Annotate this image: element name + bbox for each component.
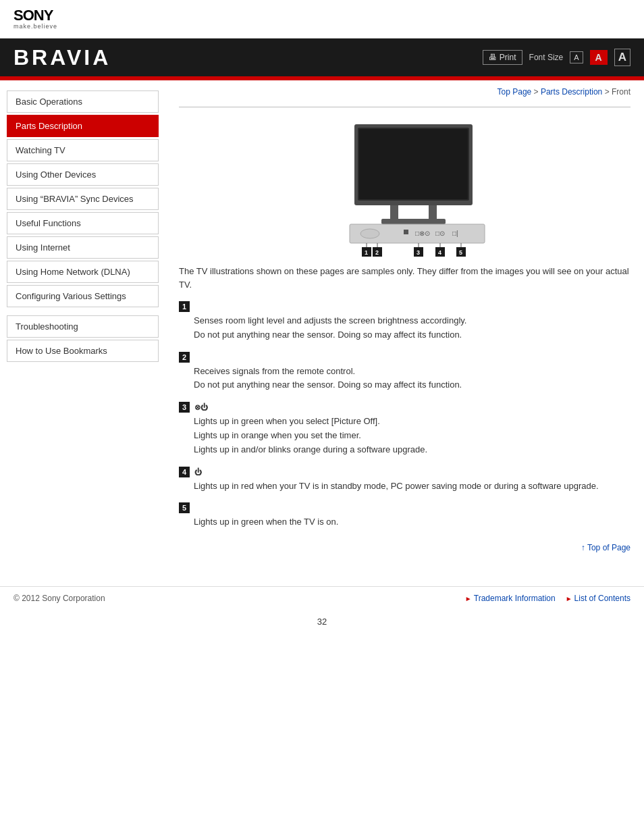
section-2: 2 Receives signals from the remote contr… bbox=[179, 352, 630, 393]
list-of-contents-link-container: ► List of Contents bbox=[566, 594, 630, 603]
section-4-line-1: Lights up in red when your TV is in stan… bbox=[194, 479, 630, 494]
svg-rect-4 bbox=[429, 205, 437, 220]
list-of-contents-link[interactable]: List of Contents bbox=[574, 594, 630, 603]
section-1-line-2: Do not put anything near the sensor. Doi… bbox=[194, 328, 630, 342]
breadcrumb: Top Page > Parts Description > Front bbox=[179, 87, 630, 97]
svg-text:□|: □| bbox=[452, 230, 458, 237]
font-size-large-button[interactable]: A bbox=[614, 49, 630, 66]
breadcrumb-top-page[interactable]: Top Page bbox=[498, 87, 532, 97]
tv-description-text: The TV illustrations shown on these page… bbox=[179, 265, 630, 291]
header-controls: 🖶 Print Font Size A A A bbox=[483, 49, 630, 66]
badge-5: 5 bbox=[179, 502, 190, 513]
sidebar-item-home-network[interactable]: Using Home Network (DLNA) bbox=[7, 261, 159, 283]
section-1-heading: 1 bbox=[179, 301, 630, 312]
sidebar-item-configuring-settings[interactable]: Configuring Various Settings bbox=[7, 285, 159, 307]
sidebar-item-using-other-devices[interactable]: Using Other Devices bbox=[7, 163, 159, 186]
section-2-line-2: Do not put anything near the sensor. Doi… bbox=[194, 378, 630, 392]
badge-2: 2 bbox=[179, 352, 190, 363]
trademark-link-container: ► Trademark Information bbox=[465, 594, 556, 603]
svg-rect-2 bbox=[359, 129, 468, 199]
main-layout: Basic Operations Parts Description Watch… bbox=[0, 80, 644, 573]
copyright-text: © 2012 Sony Corporation bbox=[14, 594, 105, 603]
font-size-medium-button[interactable]: A bbox=[590, 50, 608, 65]
tv-diagram-svg: □⊗⊙ □⊙ □| 1 2 3 4 5 bbox=[290, 118, 520, 259]
content-area: Top Page > Parts Description > Front bbox=[165, 80, 644, 573]
top-bar: SONY make.believe bbox=[0, 0, 644, 38]
sidebar: Basic Operations Parts Description Watch… bbox=[0, 80, 165, 573]
section-1: 1 Senses room light level and adjusts th… bbox=[179, 301, 630, 342]
section-2-content: Receives signals from the remote control… bbox=[194, 365, 630, 393]
svg-rect-8 bbox=[404, 230, 408, 234]
svg-text:□⊗⊙: □⊗⊙ bbox=[415, 230, 430, 237]
trademark-link[interactable]: Trademark Information bbox=[474, 594, 556, 603]
svg-point-7 bbox=[360, 229, 379, 238]
section-5-content: Lights up in green when the TV is on. bbox=[194, 515, 630, 529]
svg-text:1: 1 bbox=[365, 249, 368, 256]
section-2-line-1: Receives signals from the remote control… bbox=[194, 365, 630, 379]
footer-links: ► Trademark Information ► List of Conten… bbox=[465, 594, 630, 603]
section-1-line-1: Senses room light level and adjusts the … bbox=[194, 314, 630, 328]
breadcrumb-parts-description[interactable]: Parts Description bbox=[541, 87, 602, 97]
sidebar-item-useful-functions[interactable]: Useful Functions bbox=[7, 212, 159, 234]
font-size-label: Font Size bbox=[529, 53, 564, 62]
sidebar-item-troubleshooting[interactable]: Troubleshooting bbox=[7, 315, 159, 338]
sidebar-group-2: Troubleshooting How to Use Bookmarks bbox=[7, 315, 159, 362]
breadcrumb-separator-2: > bbox=[605, 87, 612, 97]
section-4-heading: 4 ⏻ bbox=[179, 467, 630, 477]
svg-text:4: 4 bbox=[438, 249, 441, 256]
section-3-line-3: Lights up in and/or blinks orange during… bbox=[194, 443, 630, 457]
footer: © 2012 Sony Corporation ► Trademark Info… bbox=[0, 586, 644, 610]
sidebar-item-parts-description[interactable]: Parts Description bbox=[7, 115, 159, 137]
page-number: 32 bbox=[0, 610, 644, 633]
font-size-small-button[interactable]: A bbox=[570, 51, 583, 63]
bravia-title: BRAVIA bbox=[14, 45, 111, 70]
section-2-heading: 2 bbox=[179, 352, 630, 363]
content-divider bbox=[179, 107, 630, 107]
section-3-icon: ⊗⏻ bbox=[194, 403, 208, 412]
section-3-line-1: Lights up in green when you select [Pict… bbox=[194, 415, 630, 429]
sidebar-group-1: Basic Operations Parts Description Watch… bbox=[7, 90, 159, 307]
badge-3: 3 bbox=[179, 402, 190, 413]
breadcrumb-separator-1: > bbox=[534, 87, 541, 97]
sidebar-item-bravia-sync[interactable]: Using “BRAVIA” Sync Devices bbox=[7, 188, 159, 210]
sidebar-item-using-internet[interactable]: Using Internet bbox=[7, 236, 159, 259]
badge-4: 4 bbox=[179, 467, 190, 477]
sony-logo: SONY bbox=[14, 8, 630, 23]
svg-rect-5 bbox=[381, 219, 446, 224]
top-of-page: ↑ Top of Page bbox=[179, 543, 630, 552]
breadcrumb-current: Front bbox=[612, 87, 630, 97]
svg-text:5: 5 bbox=[459, 249, 462, 256]
bravia-header: BRAVIA 🖶 Print Font Size A A A bbox=[0, 38, 644, 76]
tv-illustration: □⊗⊙ □⊙ □| 1 2 3 4 5 bbox=[290, 118, 520, 261]
section-4: 4 ⏻ Lights up in red when your TV is in … bbox=[179, 467, 630, 494]
top-of-page-link[interactable]: ↑ Top of Page bbox=[581, 543, 630, 552]
section-4-icon: ⏻ bbox=[194, 468, 202, 476]
section-3-heading: 3 ⊗⏻ bbox=[179, 402, 630, 413]
sony-tagline: make.believe bbox=[14, 23, 630, 30]
section-5: 5 Lights up in green when the TV is on. bbox=[179, 502, 630, 529]
print-button[interactable]: 🖶 Print bbox=[483, 50, 522, 65]
section-5-line-1: Lights up in green when the TV is on. bbox=[194, 515, 630, 529]
arrow-right-icon-trademark: ► bbox=[465, 595, 472, 602]
svg-text:□⊙: □⊙ bbox=[435, 230, 445, 237]
section-3: 3 ⊗⏻ Lights up in green when you select … bbox=[179, 402, 630, 457]
sidebar-item-bookmarks[interactable]: How to Use Bookmarks bbox=[7, 340, 159, 362]
section-4-content: Lights up in red when your TV is in stan… bbox=[194, 479, 630, 494]
sidebar-item-watching-tv[interactable]: Watching TV bbox=[7, 139, 159, 161]
svg-text:2: 2 bbox=[375, 249, 379, 256]
section-1-content: Senses room light level and adjusts the … bbox=[194, 314, 630, 342]
section-3-content: Lights up in green when you select [Pict… bbox=[194, 415, 630, 457]
sidebar-item-basic-operations[interactable]: Basic Operations bbox=[7, 90, 159, 113]
arrow-right-icon-contents: ► bbox=[566, 595, 572, 602]
section-5-heading: 5 bbox=[179, 502, 630, 513]
svg-rect-3 bbox=[390, 205, 398, 220]
print-label: Print bbox=[500, 53, 516, 62]
badge-1: 1 bbox=[179, 301, 190, 312]
section-3-line-2: Lights up in orange when you set the tim… bbox=[194, 429, 630, 443]
print-icon: 🖶 bbox=[489, 53, 497, 62]
svg-text:3: 3 bbox=[417, 249, 420, 256]
